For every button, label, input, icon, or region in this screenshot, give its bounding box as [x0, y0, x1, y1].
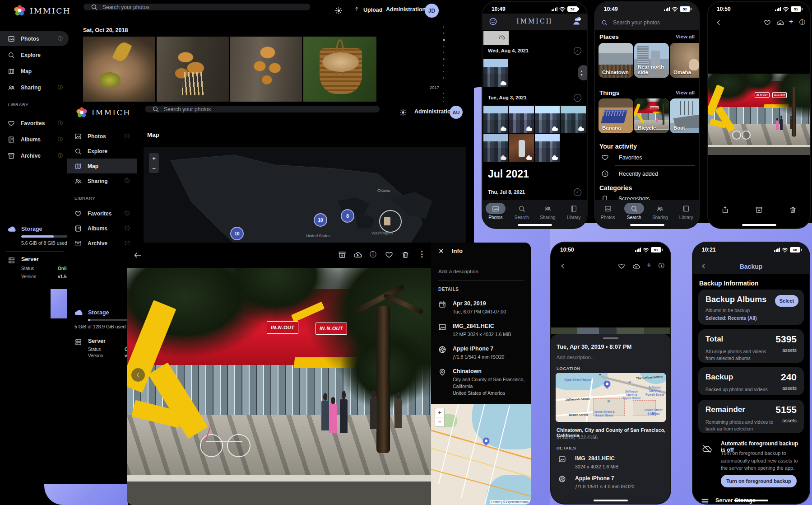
nav-photos[interactable]: Photos: [483, 203, 509, 228]
detail-location-row[interactable]: Chinatown City and County of San Francis…: [438, 368, 526, 397]
avatar[interactable]: JD: [425, 4, 439, 18]
sidebar-item-map-active[interactable]: Map: [67, 159, 137, 173]
back-chevron-icon[interactable]: [715, 19, 722, 26]
photo-thumbnail-mushroom-basket[interactable]: [303, 37, 376, 102]
place-card-near-north-side[interactable]: Near north side: [634, 43, 669, 78]
sidebar-item-photos[interactable]: Photos ⓘ: [0, 31, 69, 46]
info-panel-map[interactable]: + − Leaflet | © OpenStreetMap: [431, 404, 531, 505]
timeline-dot[interactable]: [443, 39, 445, 41]
trash-icon[interactable]: [789, 206, 797, 214]
activity-recently-added[interactable]: Recently added: [601, 170, 658, 178]
home-indicator[interactable]: [594, 500, 628, 501]
location-map[interactable]: Hyde Street Harbor The Embarcadero Jeffe…: [556, 373, 666, 422]
map-photo-cluster[interactable]: [379, 210, 402, 233]
back-chevron-icon[interactable]: [700, 262, 707, 270]
thing-card-banana[interactable]: Banana: [599, 98, 633, 133]
timeline-dot[interactable]: [443, 26, 444, 28]
photo-thumbnail[interactable]: [483, 106, 508, 133]
map-zoom-out[interactable]: −: [435, 417, 445, 427]
immich-logo[interactable]: IMMICH: [14, 5, 71, 17]
zoom-in-button[interactable]: +: [152, 155, 156, 162]
photo-thumbnail[interactable]: [509, 106, 534, 133]
photo-thumbnail[interactable]: [483, 59, 508, 87]
map-zoom-control[interactable]: + −: [149, 153, 159, 173]
place-card-omaha[interactable]: Omaha: [670, 43, 699, 78]
details-bottom-sheet[interactable]: Tue, Apr 30, 2019 • 8:07 PM Add descript…: [551, 334, 670, 504]
avatar[interactable]: AU: [450, 106, 463, 119]
home-indicator[interactable]: [742, 224, 776, 226]
archive-box-icon[interactable]: [338, 251, 346, 259]
heart-icon[interactable]: [385, 251, 393, 259]
kebab-menu-icon[interactable]: ⋮: [418, 249, 426, 259]
add-description-field[interactable]: Add a description: [438, 269, 478, 274]
photo-thumbnail-mushroom-1[interactable]: [83, 37, 155, 102]
previous-photo-button[interactable]: [131, 368, 145, 382]
activity-favorites[interactable]: Favorites: [601, 154, 642, 161]
heart-icon[interactable]: [764, 19, 771, 26]
zoom-out-button[interactable]: −: [152, 165, 156, 172]
trash-icon[interactable]: [401, 251, 409, 259]
sidebar-item-explore[interactable]: Explore: [0, 47, 69, 62]
sidebar-item-archive[interactable]: Archive ⓘ: [0, 148, 69, 163]
sheet-drag-handle[interactable]: [603, 337, 618, 339]
select-button[interactable]: Select: [775, 295, 798, 307]
thing-card-bicycle[interactable]: IN-N-OUT Bicycle: [634, 98, 669, 133]
photo-thumbnail-mushroom-3[interactable]: [230, 37, 302, 102]
upload-button[interactable]: Upload: [353, 6, 382, 13]
sidebar-item-albums[interactable]: Albums ⓘ: [67, 221, 135, 236]
sidebar-item-archive[interactable]: Archive ⓘ: [67, 236, 135, 251]
theme-toggle-button[interactable]: [399, 109, 407, 116]
map-zoom-in[interactable]: +: [435, 408, 445, 418]
turn-on-foreground-backup-button[interactable]: Turn on foreground backup: [721, 475, 797, 487]
administration-link[interactable]: Administration: [386, 6, 426, 13]
photo-strip[interactable]: [551, 327, 670, 334]
search-input[interactable]: Search your photos: [145, 106, 380, 112]
home-indicator[interactable]: [518, 224, 552, 226]
timeline-scrubber-handle[interactable]: ▲▼: [578, 65, 587, 80]
theme-toggle-button[interactable]: [335, 7, 343, 14]
share-icon[interactable]: [721, 206, 729, 214]
archive-box-icon[interactable]: [755, 206, 763, 214]
timeline-dot[interactable]: [443, 93, 444, 94]
nav-photos[interactable]: Photos: [595, 203, 621, 228]
things-view-all[interactable]: View all: [676, 90, 695, 95]
photo-thumbnail-mushroom-2[interactable]: [157, 37, 229, 102]
select-day-checkbox[interactable]: ✓: [574, 188, 581, 196]
sidebar-item-favorites[interactable]: Favorites ⓘ: [67, 206, 135, 221]
cloud-done-icon[interactable]: [632, 262, 640, 270]
profile-upload-icon[interactable]: [572, 17, 581, 26]
sidebar-item-photos[interactable]: Photos ⓘ: [67, 129, 135, 144]
info-circle-icon[interactable]: ⓘ: [799, 19, 805, 27]
sidebar-item-explore[interactable]: Explore: [67, 144, 135, 159]
timeline-dot[interactable]: [443, 97, 444, 98]
timeline-dot[interactable]: [443, 65, 444, 66]
close-icon[interactable]: ✕: [438, 247, 444, 255]
photo-inout-large[interactable]: IN-N-OUT IN-N-OUT: [127, 268, 431, 505]
map-cluster-marker[interactable]: 10: [230, 227, 244, 240]
timeline-dot[interactable]: [443, 77, 444, 79]
map-attribution[interactable]: Leaflet | © OpenStreetMap: [490, 500, 530, 504]
back-chevron-icon[interactable]: [559, 262, 566, 270]
administration-link[interactable]: Administration: [414, 108, 454, 115]
home-indicator[interactable]: [630, 224, 664, 226]
home-indicator[interactable]: [734, 500, 768, 501]
sidebar-item-favorites[interactable]: Favorites ⓘ: [0, 116, 69, 131]
place-card-chinatown[interactable]: Chinatown: [599, 43, 633, 78]
select-day-checkbox[interactable]: ✓: [574, 94, 581, 102]
timeline-dot[interactable]: [443, 33, 444, 34]
plus-icon[interactable]: +: [647, 261, 651, 269]
info-circle-icon[interactable]: ⓘ: [659, 262, 664, 270]
photo-thumbnail[interactable]: [483, 134, 508, 162]
places-view-all[interactable]: View all: [676, 34, 695, 39]
photo-thumbnail[interactable]: [561, 106, 586, 133]
timeline-dot[interactable]: [443, 52, 444, 53]
photo-thumbnail[interactable]: [535, 106, 560, 133]
cloud-done-icon[interactable]: [776, 19, 784, 27]
info-circle-icon[interactable]: ⓘ: [370, 250, 376, 259]
photo-thumbnail-partial[interactable]: [483, 31, 509, 45]
thing-card-boat[interactable]: Boat: [670, 98, 699, 133]
photo-inout-phone[interactable]: IN-N-OUT IN-N-OUT: [708, 74, 810, 155]
sidebar-item-albums[interactable]: Albums ⓘ: [0, 132, 69, 147]
timeline-dot[interactable]: [443, 71, 444, 72]
cloud-upload-icon[interactable]: [353, 251, 362, 259]
